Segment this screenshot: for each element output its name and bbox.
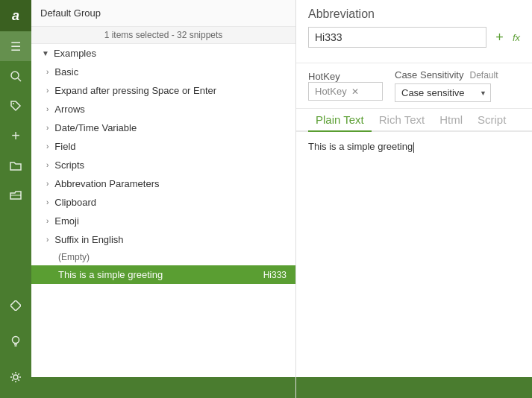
text-cursor [413, 142, 414, 153]
hotkey-text: HotKey [315, 86, 347, 97]
greeting-content: This is a simple greeting [308, 141, 413, 152]
examples-group[interactable]: ▼ Examples [31, 44, 295, 63]
chevron-right-icon: › [46, 236, 48, 244]
menu-icon[interactable]: ☰ [0, 31, 31, 61]
svg-point-2 [13, 103, 14, 104]
bottom-bar-left [31, 377, 295, 398]
tab-script[interactable]: Script [470, 109, 513, 132]
hotkey-section: HotKey HotKey ✕ Case Sensitivity Default… [296, 63, 532, 109]
gear-icon[interactable] [0, 362, 31, 392]
tree-item-clipboard[interactable]: › Clipboard [31, 193, 295, 212]
chevron-right-icon: › [46, 86, 48, 95]
item-label: Emoji [54, 215, 79, 227]
abbreviation-row: + fx [308, 27, 520, 48]
svg-rect-4 [10, 300, 21, 311]
tree-item-suffix[interactable]: › Suffix in English [31, 230, 295, 249]
search-icon[interactable] [0, 61, 31, 91]
tree-item-greeting[interactable]: This is a simple greeting Hi333 [31, 265, 295, 284]
greeting-label: This is a simple greeting [58, 269, 163, 280]
tree-body: ▼ Examples › Basic › Expand after pressi… [31, 44, 295, 377]
case-select[interactable]: Case sensitive Case insensitive [395, 83, 491, 102]
hotkey-field[interactable]: HotKey ✕ [308, 82, 383, 101]
tree-item-field[interactable]: › Field [31, 137, 295, 156]
svg-line-1 [18, 78, 21, 81]
app-logo[interactable]: a [0, 0, 31, 31]
content-tabs: Plain Text Rich Text Html Script [296, 109, 532, 132]
bulb-icon[interactable] [0, 326, 31, 356]
group-label: Default Group [40, 7, 101, 19]
chevron-right-icon: › [46, 124, 48, 132]
item-label: Abbrevation Parameters [54, 178, 159, 189]
examples-chevron-down: ▼ [42, 49, 49, 57]
chevron-right-icon: › [46, 180, 48, 188]
hotkey-clear-button[interactable]: ✕ [351, 86, 359, 97]
tree-item-scripts[interactable]: › Scripts [31, 156, 295, 174]
chevron-right-icon: › [46, 68, 48, 76]
abbreviation-section: Abbreviation + fx [296, 0, 532, 63]
chevron-right-icon: › [46, 142, 48, 151]
tree-item-expand[interactable]: › Expand after pressing Space or Enter [31, 81, 295, 100]
hotkey-group: HotKey HotKey ✕ [308, 71, 383, 101]
svg-point-8 [13, 375, 18, 379]
tree-panel: Default Group 1 items selected - 32 snip… [31, 0, 296, 398]
item-label: Expand after pressing Space or Enter [54, 85, 216, 96]
tree-item-abbrev-params[interactable]: › Abbrevation Parameters [31, 174, 295, 193]
folder-icon[interactable] [0, 151, 31, 180]
item-label: Arrows [54, 104, 84, 115]
item-label: Suffix in English [54, 234, 123, 245]
bottom-bar-right [296, 377, 532, 398]
case-label: Case Sensitivity [395, 69, 463, 80]
hotkey-label: HotKey [308, 71, 383, 82]
item-label: Clipboard [54, 197, 96, 208]
tab-plain-text[interactable]: Plain Text [308, 109, 372, 132]
section-title: Abbreviation [308, 7, 520, 21]
tree-item-datetime[interactable]: › Date/Time Variable [31, 119, 295, 137]
content-area[interactable]: This is a simple greeting [296, 132, 532, 377]
tab-rich-text[interactable]: Rich Text [372, 109, 432, 132]
abbreviation-input[interactable] [308, 27, 486, 48]
tree-subitem-empty[interactable]: (Empty) [31, 249, 295, 265]
diamond-icon[interactable] [0, 291, 31, 320]
case-wrapper: Case sensitive Case insensitive [395, 83, 491, 102]
right-panel: Abbreviation + fx HotKey HotKey ✕ Case S… [296, 0, 532, 398]
item-label: Field [54, 141, 75, 152]
status-bar: 1 items selected - 32 snippets [31, 27, 295, 44]
item-label: Basic [54, 66, 78, 78]
tree-item-basic[interactable]: › Basic [31, 63, 295, 81]
examples-label: Examples [54, 48, 96, 59]
tag-icon[interactable] [0, 91, 31, 121]
folder2-icon[interactable] [0, 180, 31, 210]
item-label: Scripts [54, 159, 84, 171]
item-label: Date/Time Variable [54, 122, 137, 133]
svg-point-5 [13, 337, 19, 344]
chevron-right-icon: › [46, 105, 48, 113]
greeting-badge: Hi333 [263, 270, 287, 280]
chevron-right-icon: › [46, 161, 48, 169]
tab-html[interactable]: Html [432, 109, 470, 132]
sidebar: a ☰ + [0, 0, 31, 398]
case-sensitivity-group: Case Sensitivity Default Case sensitive … [395, 69, 498, 102]
main-content: Default Group 1 items selected - 32 snip… [31, 0, 532, 398]
subitem-label: (Empty) [58, 252, 90, 262]
group-header: Default Group [31, 0, 295, 27]
default-badge: Default [469, 70, 498, 80]
fx-button[interactable]: fx [513, 32, 520, 43]
chevron-right-icon: › [46, 198, 48, 206]
tree-item-emoji[interactable]: › Emoji [31, 212, 295, 230]
svg-point-0 [11, 72, 19, 79]
add-abbrev-button[interactable]: + [492, 30, 507, 45]
tree-item-arrows[interactable]: › Arrows [31, 100, 295, 119]
add-icon[interactable]: + [0, 121, 31, 151]
chevron-right-icon: › [46, 217, 48, 225]
